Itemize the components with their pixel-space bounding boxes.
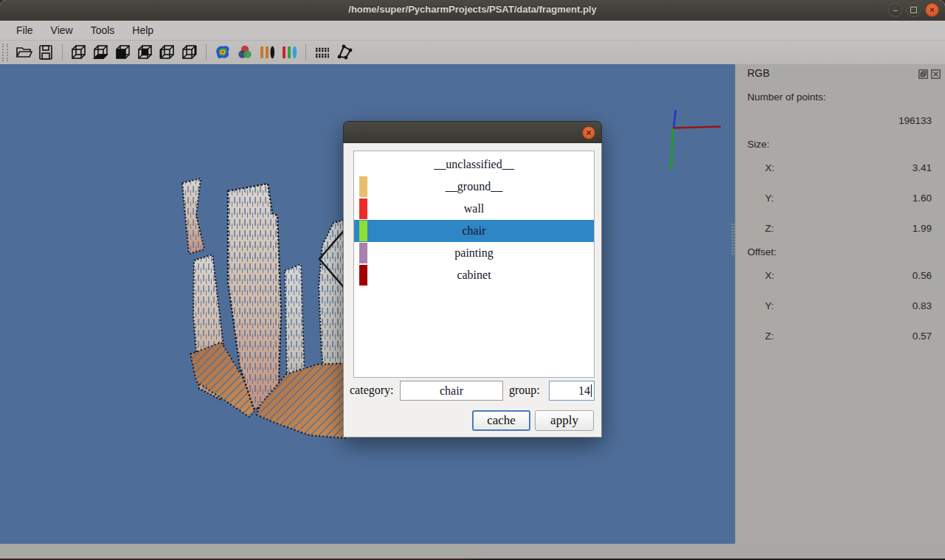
toolbar-drag-handle[interactable] (2, 44, 8, 61)
box-left-face-icon (159, 44, 176, 61)
minimize-button[interactable]: – (888, 3, 902, 17)
offset-section-label: Offset: (735, 246, 945, 261)
dialog-body: __unclassified__ __ground__ wall chair p… (343, 143, 602, 438)
titlebar[interactable]: /home/super/PycharmProjects/PSAT/data/fr… (0, 0, 945, 21)
dock-close-button[interactable] (930, 69, 941, 79)
apply-button[interactable]: apply (535, 410, 594, 431)
save-file-button[interactable] (35, 42, 57, 63)
colormap-button[interactable] (212, 42, 234, 63)
box-right-face-button[interactable] (179, 42, 201, 63)
save-file-icon (37, 44, 55, 61)
rgb-dock-panel: RGB Number of points: 196133 Size: X:3.4… (735, 64, 945, 544)
list-item-label: chair (463, 224, 486, 237)
group-input[interactable]: 14 (549, 381, 595, 401)
open-file-icon (15, 44, 32, 61)
category-input-value: chair (440, 384, 463, 398)
cache-button[interactable]: cache (472, 410, 530, 431)
category-label: category: (350, 384, 394, 397)
dialog-close-button[interactable]: × (582, 126, 595, 139)
dock-float-button[interactable] (918, 69, 928, 79)
intensity-bars-icon (258, 44, 276, 61)
color-swatch (359, 221, 367, 241)
menu-tools[interactable]: Tools (82, 22, 124, 38)
window-title: /home/super/PycharmProjects/PSAT/data/fr… (0, 4, 945, 15)
group-input-value: 14 (578, 384, 590, 398)
pointcloud-slab-a (182, 179, 204, 254)
color-swatch (359, 265, 367, 286)
minimize-icon: – (893, 6, 897, 14)
box-left-face-button[interactable] (156, 42, 179, 63)
offset-x-row: X:0.56 (735, 270, 945, 285)
window-controls: – × (888, 3, 939, 17)
list-item-label: wall (464, 202, 485, 215)
menu-help[interactable]: Help (123, 22, 162, 38)
rgb-bars-button[interactable] (278, 42, 300, 63)
box-wireframe-icon (70, 44, 88, 61)
box-inner-face-button[interactable] (134, 42, 156, 63)
box-bottom-face-icon (92, 44, 110, 61)
category-input[interactable]: chair (400, 381, 503, 401)
box-wireframe-button[interactable] (68, 42, 90, 63)
points-count-value-row: 196133 (735, 115, 945, 130)
box-bottom-face-button[interactable] (90, 42, 112, 63)
dock-close-icon (931, 69, 941, 79)
size-z-row: Z:1.99 (735, 223, 945, 238)
box-front-face-button[interactable] (112, 42, 134, 63)
list-item-label: __unclassified__ (434, 158, 513, 170)
size-section-label: Size: (735, 139, 945, 153)
close-button[interactable]: × (925, 3, 939, 17)
menu-bar: File View Tools Help (0, 21, 945, 41)
offset-z-row: Z:0.57 (735, 331, 945, 345)
list-item-wall[interactable]: wall (354, 198, 594, 220)
size-y-row: Y:1.60 (735, 193, 945, 207)
menu-view[interactable]: View (42, 22, 82, 38)
list-item-cabinet[interactable]: cabinet (354, 264, 594, 286)
axis-x-line (673, 127, 721, 128)
grid-table-icon (314, 44, 331, 61)
dialog-close-icon: × (586, 128, 591, 138)
rgb-channels-icon (236, 44, 254, 61)
color-swatch (359, 243, 367, 263)
axis-triad (671, 110, 721, 170)
annotation-dialog: × __unclassified__ __ground__ wall (343, 121, 602, 438)
grid-table-button[interactable] (311, 42, 333, 63)
app-window: /home/super/PycharmProjects/PSAT/data/fr… (0, 0, 945, 560)
color-swatch (359, 198, 367, 219)
toolbar-separator (206, 44, 207, 61)
rgb-channels-button[interactable] (234, 42, 256, 63)
intensity-bars-button[interactable] (256, 42, 278, 63)
list-item-unclassified[interactable]: __unclassified__ (354, 153, 594, 176)
rgb-bars-icon (280, 44, 298, 61)
offset-y-row: Y:0.83 (735, 300, 945, 315)
toolbar (0, 41, 945, 65)
axis-y-line (671, 128, 673, 170)
list-item-ground[interactable]: __ground__ (354, 176, 594, 198)
menu-file[interactable]: File (7, 22, 42, 38)
toolbar-separator (62, 44, 63, 61)
group-label: group: (509, 384, 540, 397)
list-item-chair-selected[interactable]: chair (354, 220, 594, 242)
list-item-label: painting (454, 246, 493, 259)
list-item-painting[interactable]: painting (354, 242, 594, 264)
colormap-blob-icon (213, 43, 232, 62)
list-item-label: __ground__ (446, 180, 502, 193)
dock-float-icon (918, 69, 928, 79)
color-swatch (359, 176, 367, 197)
size-x-row: X:3.41 (735, 162, 945, 177)
dock-panel-title: RGB (747, 67, 769, 79)
status-bar (0, 544, 945, 559)
list-item-label: cabinet (457, 269, 491, 281)
dialog-titlebar[interactable]: × (343, 121, 602, 143)
box-right-face-icon (181, 44, 198, 61)
close-icon: × (930, 6, 934, 14)
box-front-face-icon (114, 44, 132, 61)
box-inner-face-icon (136, 44, 154, 61)
category-list: __unclassified__ __ground__ wall chair p… (353, 151, 595, 378)
text-cursor (591, 384, 592, 397)
color-swatch (359, 154, 367, 175)
maximize-icon (910, 7, 917, 13)
open-file-button[interactable] (13, 42, 35, 63)
graph-nodes-button[interactable] (333, 42, 356, 63)
axis-z-line (674, 110, 676, 128)
maximize-button[interactable] (907, 3, 921, 17)
